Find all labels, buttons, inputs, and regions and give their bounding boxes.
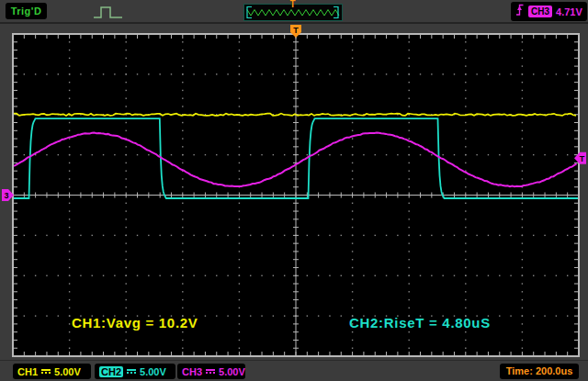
ch1-coupling-icon: [41, 369, 51, 374]
ch2-settings-box[interactable]: CH2 5.00V: [95, 364, 175, 379]
ch1-label: CH1: [17, 366, 38, 377]
ch2-label: CH2: [99, 366, 123, 377]
graticule-grid: [13, 34, 579, 356]
bottom-status-bar: CH1 5.00V CH2 5.00V CH3 5.00V Time: 200.…: [0, 360, 588, 381]
measurement-ch2-riset: CH2:RiseT = 4.80uS: [349, 315, 491, 331]
ch2-coupling-icon: [127, 369, 136, 374]
ch1-scale: 5.00V: [54, 366, 81, 377]
ch3-coupling-icon: [206, 369, 215, 374]
ch3-label: CH3: [182, 366, 202, 377]
measurement-ch1-vavg: CH1:Vavg = 10.2V: [72, 315, 198, 331]
timebase-display[interactable]: Time: 200.0us: [500, 364, 579, 379]
ch1-settings-box[interactable]: CH1 5.00V: [13, 364, 91, 379]
svg-text:T: T: [580, 154, 585, 163]
svg-text:3: 3: [4, 191, 8, 200]
ch2-scale: 5.00V: [140, 366, 166, 377]
ch3-scale: 5.00V: [219, 366, 245, 377]
ch3-settings-box[interactable]: CH3 5.00V: [177, 364, 245, 379]
svg-text:T: T: [293, 26, 299, 35]
oscilloscope-screen: Trig'D T CH3 4.71V 3TT: [0, 0, 588, 381]
